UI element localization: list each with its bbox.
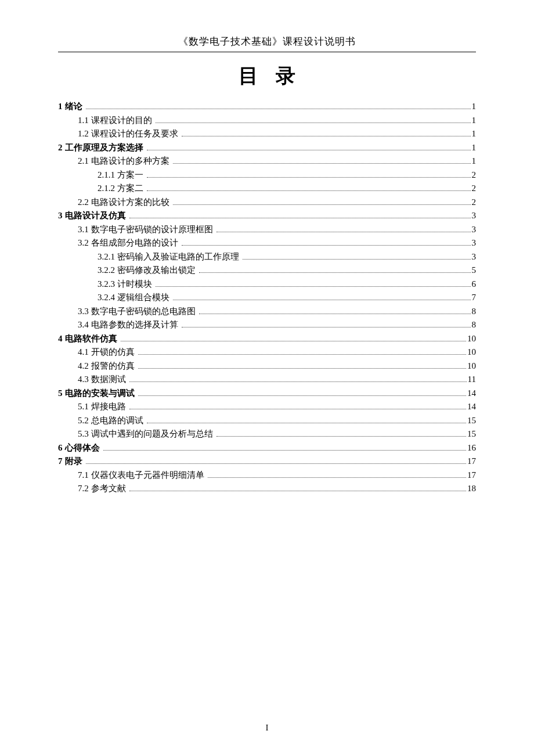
toc-leader-dots: [103, 450, 467, 451]
toc-entry-number: 2.2: [78, 196, 89, 210]
toc-entry-number: 1.2: [78, 127, 89, 141]
toc-entry: 5电路的安装与调试14: [58, 387, 476, 401]
toc-entry-page: 10: [467, 345, 476, 359]
toc-entry: 6心得体会16: [58, 441, 476, 455]
toc-entry: 7.1仪器仪表电子元器件明细清单17: [58, 469, 476, 483]
toc-entry-page: 15: [467, 414, 476, 428]
toc-entry-text: 课程设计的目的: [91, 114, 152, 128]
toc-leader-dots: [147, 190, 471, 191]
toc-leader-dots: [129, 491, 466, 491]
toc-entry-text: 密码修改及输出锁定: [117, 264, 196, 278]
toc-entry-text: 计时模块: [117, 278, 152, 291]
toc-entry: 5.1焊接电路14: [58, 400, 476, 414]
toc-leader-dots: [156, 123, 471, 123]
toc-entry: 1.1课程设计的目的1: [58, 114, 476, 128]
toc-entry: 3.2.1密码输入及验证电路的工作原理3: [58, 250, 476, 264]
toc-entry-page: 3: [472, 236, 477, 250]
toc-entry-text: 调试中遇到的问题及分析与总结: [91, 427, 213, 441]
toc-entry-page: 1: [472, 154, 477, 168]
toc-entry-text: 课程设计的任务及要求: [91, 127, 178, 141]
toc-entry-number: 4.3: [78, 373, 89, 387]
toc-entry-text: 电路设计的多种方案: [91, 154, 169, 168]
toc-entry-page: 8: [472, 305, 477, 319]
toc-entry-text: 密码输入及验证电路的工作原理: [117, 250, 239, 264]
toc-leader-dots: [129, 409, 466, 409]
toc-entry-page: 3: [472, 209, 477, 223]
toc-entry-text: 附录: [65, 455, 82, 469]
toc-entry-text: 工作原理及方案选择: [65, 141, 143, 155]
toc-entry-text: 数据测试: [91, 373, 126, 387]
toc-entry-number: 3.2.1: [98, 250, 115, 264]
toc-entry-page: 14: [467, 400, 476, 414]
toc-entry-page: 11: [468, 373, 476, 387]
toc-entry-number: 3.4: [78, 318, 89, 332]
document-page: 《数学电子技术基础》课程设计说明书 目录 1绪论11.1课程设计的目的11.2课…: [0, 0, 534, 756]
toc-leader-dots: [138, 354, 466, 355]
toc-entry-number: 7: [58, 455, 63, 469]
toc-entry-page: 17: [467, 469, 476, 483]
toc-entry-number: 1.1: [78, 114, 89, 128]
footer-page-number: I: [0, 723, 534, 733]
toc-entry-number: 5: [58, 387, 63, 401]
toc-entry-page: 3: [472, 223, 477, 237]
toc-leader-dots: [208, 477, 466, 478]
toc-leader-dots: [86, 463, 467, 464]
toc-entry-text: 绪论: [65, 100, 82, 114]
toc-entry-text: 总电路的调试: [91, 414, 143, 428]
toc-entry: 1.2课程设计的任务及要求1: [58, 127, 476, 141]
toc-entry-number: 3.2.2: [98, 264, 115, 278]
toc-entry-page: 1: [472, 100, 477, 114]
toc-leader-dots: [147, 177, 471, 178]
toc-leader-dots: [182, 245, 471, 246]
toc-entry-number: 5.3: [78, 427, 89, 441]
toc-entry-text: 报警的仿真: [91, 359, 135, 373]
toc-leader-dots: [173, 300, 471, 300]
toc-entry-number: 5.1: [78, 400, 89, 414]
toc-entry: 4.2报警的仿真10: [58, 359, 476, 373]
toc-leader-dots: [156, 286, 471, 287]
toc-entry-text: 电路软件仿真: [65, 332, 117, 346]
toc-entry: 3.2.3计时模块6: [58, 278, 476, 291]
toc-leader-dots: [121, 341, 467, 341]
toc-entry-page: 2: [472, 182, 477, 196]
toc-entry-page: 1: [472, 141, 477, 155]
toc-entry-number: 3.1: [78, 223, 89, 237]
toc-entry: 4.1开锁的仿真10: [58, 345, 476, 359]
toc-entry: 3.2.2密码修改及输出锁定5: [58, 264, 476, 278]
toc-entry-number: 2.1: [78, 154, 89, 168]
toc-entry-page: 2: [472, 196, 477, 210]
toc-entry-number: 1: [58, 100, 63, 114]
toc-entry-number: 3.2.3: [98, 278, 115, 291]
toc-entry-page: 1: [472, 114, 477, 128]
toc-entry: 3.2各组成部分电路的设计3: [58, 236, 476, 250]
toc-entry-number: 6: [58, 441, 63, 455]
toc-leader-dots: [129, 381, 467, 382]
toc-entry-number: 7.1: [78, 469, 89, 483]
toc-leader-dots: [173, 204, 471, 205]
toc-title: 目录: [58, 63, 476, 89]
toc-entry: 3.3数字电子密码锁的总电路图8: [58, 305, 476, 319]
toc-entry-page: 8: [472, 318, 477, 332]
toc-entry-number: 4.1: [78, 345, 89, 359]
toc-leader-dots: [147, 423, 466, 423]
toc-entry-text: 电路参数的选择及计算: [91, 318, 178, 332]
toc-entry-page: 7: [472, 291, 477, 305]
toc-entry-number: 3.3: [78, 305, 89, 319]
page-header-title: 《数学电子技术基础》课程设计说明书: [58, 35, 476, 48]
toc-entry-text: 心得体会: [65, 441, 100, 455]
toc-leader-dots: [138, 368, 466, 369]
toc-entry: 7.2参考文献18: [58, 482, 476, 496]
toc-leader-dots: [199, 272, 471, 273]
toc-entry-page: 5: [472, 264, 477, 278]
toc-entry-text: 电路设计方案的比较: [91, 196, 169, 210]
toc-entry-page: 18: [467, 482, 476, 496]
toc-entry-number: 2.1.2: [98, 182, 115, 196]
toc-entry: 3电路设计及仿真3: [58, 209, 476, 223]
toc-leader-dots: [217, 232, 471, 232]
toc-entry-number: 4.2: [78, 359, 89, 373]
toc-entry-page: 2: [472, 168, 477, 182]
toc-entry-text: 参考文献: [91, 482, 126, 496]
toc-entry: 4电路软件仿真10: [58, 332, 476, 346]
toc-entry-text: 方案一: [117, 168, 143, 182]
toc-entry-text: 各组成部分电路的设计: [91, 236, 178, 250]
